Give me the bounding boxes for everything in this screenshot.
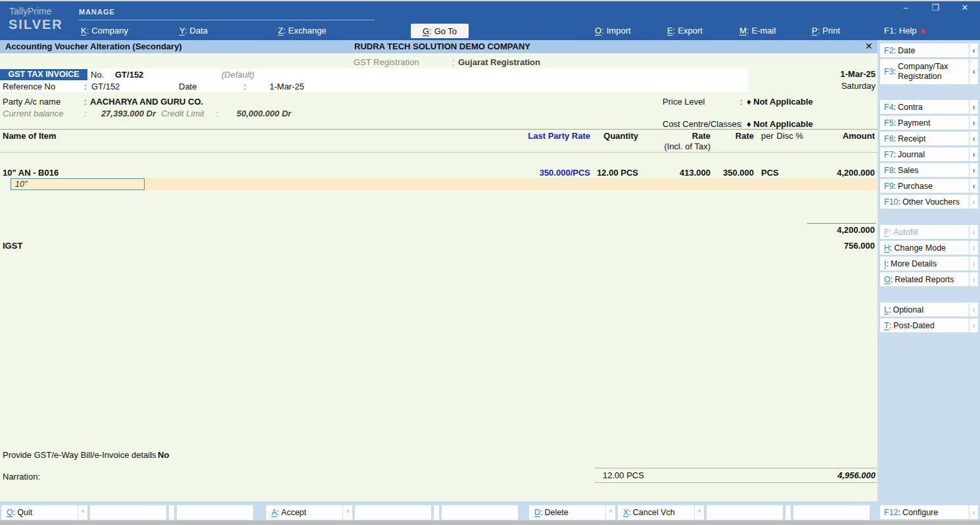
chevron-left-icon[interactable]: ‹ <box>969 195 978 209</box>
topbar-item-help[interactable]: F1:Help <box>884 26 925 38</box>
colon: : <box>84 82 87 91</box>
sidebar-button-label: Optional <box>893 305 923 314</box>
close-report-button[interactable]: ✕ <box>865 41 873 51</box>
bottom-button-label: Accept <box>281 508 306 517</box>
minimize-icon: – <box>903 3 908 12</box>
chevron-left-icon[interactable]: ‹ <box>969 179 978 193</box>
topbar-item-label: Print <box>822 26 840 36</box>
sidebar-button-f8-sales[interactable]: F8:Sales ‹ <box>880 163 978 177</box>
sidebar-button-f3-company-tax-registration[interactable]: F3:Company/Tax Registration ‹ <box>880 59 978 84</box>
topbar-item-email[interactable]: M:E-mail <box>739 26 776 38</box>
item-name-input[interactable] <box>11 178 145 190</box>
ledger-name[interactable]: IGST <box>3 241 22 251</box>
chevron-left-icon[interactable]: ‹ <box>969 303 978 316</box>
sidebar-button-h-change-mode[interactable]: H:Change Mode ‹ <box>880 241 978 255</box>
sidebar-button-f6-receipt[interactable]: F6:Receipt ‹ <box>880 132 978 145</box>
caret-expand-icon[interactable]: ^ <box>78 505 87 520</box>
colon: : <box>894 26 897 36</box>
topbar-item-print[interactable]: P:Print <box>812 26 840 38</box>
colon: : <box>150 450 152 460</box>
sidebar-button-o-related-reports[interactable]: O:Related Reports ‹ <box>880 272 978 286</box>
sidebar-button-f5-payment[interactable]: F5:Payment ‹ <box>880 116 978 130</box>
close-button[interactable]: ✕ <box>958 3 971 12</box>
topbar-item-export[interactable]: E:Export <box>667 26 703 38</box>
sidebar-button-f12-configure[interactable]: F12:Configure ‹ <box>880 505 978 519</box>
sidebar-button-f10-other-vouchers[interactable]: F10:Other Vouchers ‹ <box>880 195 978 209</box>
topbar-item-import[interactable]: O:Import <box>595 26 631 38</box>
chevron-left-icon[interactable]: ‹ <box>969 132 978 145</box>
col-header-last-party-rate: Last Party Rate <box>528 131 590 141</box>
chevron-left-icon[interactable]: ‹ <box>969 272 978 286</box>
item-name[interactable]: 10" AN - B016 <box>3 168 58 178</box>
chevron-left-icon[interactable]: ‹ <box>969 241 978 255</box>
sidebar-button-f2-date[interactable]: F2:Date ‹ <box>880 43 978 57</box>
item-per[interactable]: PCS <box>761 168 779 178</box>
colon: : <box>13 508 15 517</box>
table-header-top-line <box>0 129 877 130</box>
colon: : <box>894 150 896 159</box>
bottom-button-a-accept[interactable]: A:Accept ^ <box>266 505 352 520</box>
chevron-left-icon[interactable]: ‹ <box>969 147 978 161</box>
gst-registration-value[interactable]: Gujarat Registration <box>458 57 540 67</box>
close-icon: ✕ <box>962 3 969 12</box>
minimize-button[interactable]: – <box>899 3 912 12</box>
cost-centre-value[interactable]: ♦ Not Applicable <box>747 119 813 129</box>
report-title-bar: Accounting Voucher Alteration (Secondary… <box>0 40 877 53</box>
voucher-no-value[interactable]: GT/152 <box>115 70 143 80</box>
total-quantity: 12.00 PCS <box>603 470 644 480</box>
reference-value[interactable]: GT/152 <box>91 82 120 91</box>
bottom-button-d-delete[interactable]: D:Delete ^ <box>529 505 615 520</box>
colon: : <box>898 197 900 207</box>
item-rate[interactable]: 350.000 <box>723 168 754 178</box>
topbar-item-goto[interactable]: G:Go To <box>411 24 469 38</box>
colon: : <box>889 228 891 237</box>
reference-date-value[interactable]: 1-Mar-25 <box>269 82 304 91</box>
item-quantity[interactable]: 12.00 PCS <box>597 168 638 178</box>
hotkey: M <box>739 26 747 36</box>
sidebar-button-label: More Details <box>891 259 937 268</box>
sidebar-button-f9-purchase[interactable]: F9:Purchase ‹ <box>880 179 978 193</box>
sidebar-button-label: Company/Tax Registration <box>898 62 966 82</box>
colon: : <box>601 26 604 36</box>
item-amount[interactable]: 4,200.000 <box>837 168 875 178</box>
colon: : <box>889 305 891 314</box>
manage-menu-label[interactable]: MANAGE <box>79 8 115 16</box>
voucher-date-value[interactable]: 1-Mar-25 <box>841 69 875 79</box>
chevron-left-icon[interactable]: ‹ <box>969 43 978 57</box>
sidebar-button-l-optional[interactable]: L:Optional ‹ <box>880 303 978 316</box>
narration-label[interactable]: Narration: <box>3 472 40 482</box>
chevron-left-icon[interactable]: ‹ <box>969 100 978 114</box>
chevron-left-icon[interactable]: ‹ <box>969 116 978 130</box>
party-label: Party A/c name <box>3 97 60 107</box>
sidebar-button-t-post-dated[interactable]: T:Post-Dated ‹ <box>880 318 978 332</box>
item-rate-incl[interactable]: 413.000 <box>680 168 711 178</box>
chevron-left-icon[interactable]: ‹ <box>969 318 978 332</box>
bottom-button-q-quit[interactable]: Q:Quit ^ <box>1 505 87 520</box>
topbar-item-company[interactable]: K:Company <box>81 26 128 38</box>
chevron-left-icon[interactable]: ‹ <box>969 59 978 84</box>
sidebar-button-i-more-details[interactable]: I:More Details ‹ <box>880 257 978 270</box>
top-menu-bar: TallyPrime SILVER MANAGE K:Company Y:Dat… <box>0 0 980 40</box>
bottom-button-x-cancel-vch[interactable]: X:Cancel Vch ^ <box>618 505 704 520</box>
colon: : <box>673 26 676 36</box>
topbar-item-data[interactable]: Y:Data <box>179 26 208 38</box>
price-level-value[interactable]: ♦ Not Applicable <box>747 97 813 107</box>
sidebar-button-label: Change Mode <box>895 243 946 253</box>
caret-expand-icon[interactable]: ^ <box>342 505 352 520</box>
chevron-left-icon[interactable]: ‹ <box>969 505 978 519</box>
restore-button[interactable]: ❐ <box>929 3 942 12</box>
ledger-amount[interactable]: 756.000 <box>844 241 875 251</box>
gst-details-value[interactable]: No <box>158 450 169 460</box>
topbar-item-exchange[interactable]: Z:Exchange <box>278 26 326 38</box>
sidebar-button-f4-contra[interactable]: F4:Contra ‹ <box>880 100 978 114</box>
sidebar-button-label: Purchase <box>898 182 933 191</box>
sidebar-button-f7-journal[interactable]: F7:Journal ‹ <box>880 147 978 161</box>
party-value[interactable]: AACHARYA AND GURU CO. <box>90 97 203 107</box>
window-frame-top <box>0 0 980 1</box>
chevron-left-icon[interactable]: ‹ <box>969 257 978 270</box>
item-last-party-rate[interactable]: 350.000/PCS <box>540 168 590 178</box>
chevron-left-icon[interactable]: ‹ <box>969 163 978 177</box>
caret-expand-icon[interactable]: ^ <box>605 505 615 520</box>
caret-expand-icon[interactable]: ^ <box>694 505 704 520</box>
bottom-button-strip <box>169 505 174 520</box>
